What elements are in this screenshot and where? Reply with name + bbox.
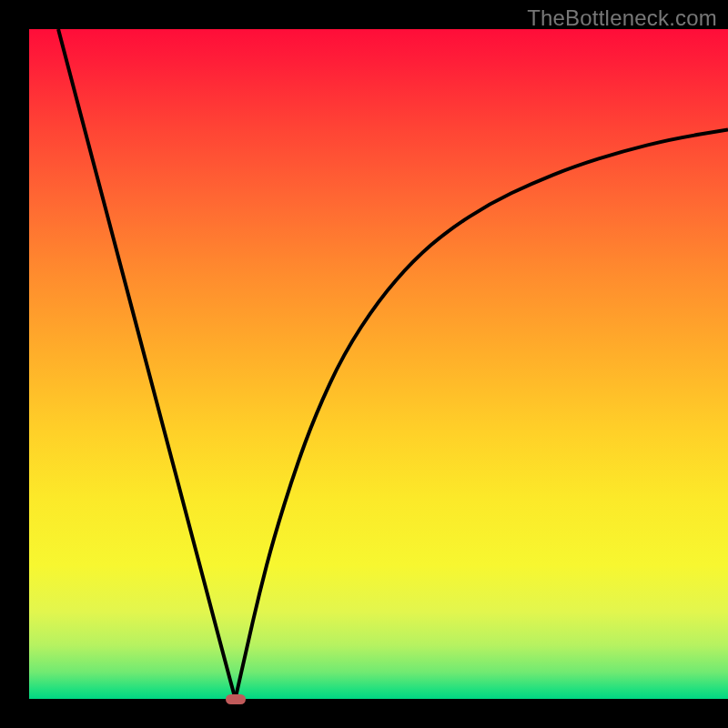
minimum-marker bbox=[226, 694, 246, 704]
bottleneck-curve bbox=[29, 29, 728, 699]
watermark-text: TheBottleneck.com bbox=[527, 5, 717, 31]
